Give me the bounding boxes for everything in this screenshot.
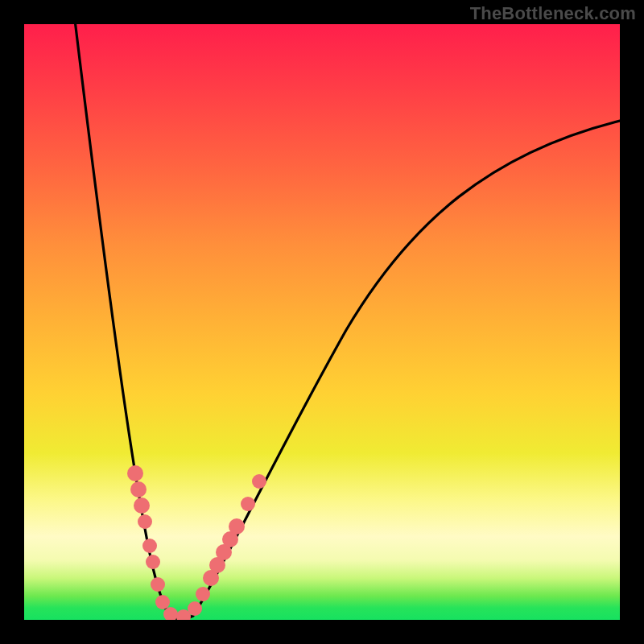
plot-area — [24, 24, 620, 620]
svg-point-5 — [146, 555, 160, 569]
svg-point-4 — [142, 539, 157, 553]
svg-point-18 — [252, 474, 266, 489]
svg-point-16 — [229, 518, 245, 535]
watermark-text: TheBottleneck.com — [470, 3, 636, 24]
svg-point-3 — [138, 514, 152, 529]
svg-point-17 — [241, 497, 255, 511]
svg-point-11 — [196, 587, 210, 601]
curve-path — [72, 24, 620, 619]
bottleneck-curve — [24, 24, 620, 620]
svg-point-1 — [130, 481, 147, 497]
svg-point-7 — [155, 595, 170, 609]
svg-point-0 — [127, 465, 143, 481]
chart-frame: TheBottleneck.com — [0, 0, 644, 644]
svg-point-6 — [151, 577, 165, 592]
curve-dots — [127, 465, 266, 620]
svg-point-10 — [188, 601, 202, 616]
svg-point-2 — [134, 497, 150, 514]
